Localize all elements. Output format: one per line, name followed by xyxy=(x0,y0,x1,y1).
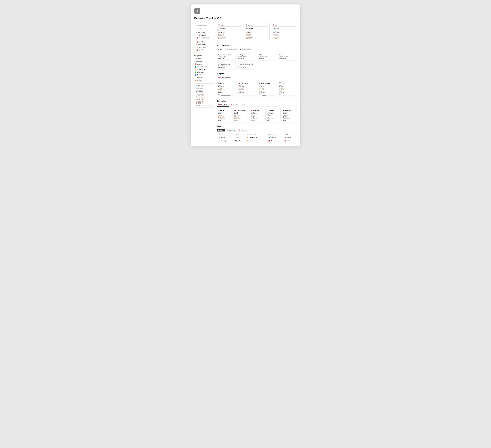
tab-categories-all[interactable]: ⊞ All xyxy=(240,104,246,107)
col-amount: ⊛Amount xyxy=(234,133,246,136)
networth-goal-label: Net Worth Goal: xyxy=(196,101,213,102)
year-expenses-value: $4,445.00 xyxy=(273,35,295,36)
home-link[interactable]: ← Home xyxy=(196,27,213,30)
income-tab-today[interactable]: 📅 Today xyxy=(217,129,225,131)
nav-expenses[interactable]: −Expenses xyxy=(194,60,214,63)
new-budget-action[interactable]: 🔴 New Budget xyxy=(196,41,213,43)
new-account-action[interactable]: ⚙ New Account xyxy=(196,43,213,46)
budget-home: 🏠Home Max: $3,000.00 Remaining: $850.00 … xyxy=(217,81,236,97)
app-logo: ₵ xyxy=(194,8,200,14)
col-category: 🏠Category xyxy=(267,133,283,136)
logo-area: ₵ xyxy=(194,8,297,14)
income-tab-week[interactable]: 📅 This Week xyxy=(226,129,236,131)
budget-gym-percent: 0% xyxy=(279,94,281,96)
add-subscription-action[interactable]: 🔴 Add Subscription xyxy=(196,37,213,39)
budget-sh-bar xyxy=(241,95,255,96)
nav-reports[interactable]: 📋Reports xyxy=(194,76,214,79)
networth-goal-value: $100,000.00 xyxy=(196,102,213,104)
categories-tabs: 📅 This Month 📅 This Year ⊞ All xyxy=(217,104,297,107)
new-category-action[interactable]: 🏠 New Category xyxy=(196,46,213,49)
budget-ent-fill xyxy=(262,95,266,96)
income-tab-month[interactable]: 📅 This Month xyxy=(237,129,248,131)
account-cash: Cash Current Balance: $450.00 xyxy=(257,53,276,60)
year-tab[interactable]: 📅 Year xyxy=(273,24,295,27)
networth-percent: 8% xyxy=(196,105,198,106)
month-tab[interactable]: 📅 Month xyxy=(218,24,241,27)
nav-subscriptions[interactable]: 🟡Subscriptions xyxy=(194,68,214,71)
quarter-subtitle: This Quarter xyxy=(246,28,268,29)
year-expenses-label: Expenses: xyxy=(273,33,295,35)
quarter-card: 📅 Quarter This Quarter Income: $10,750.0… xyxy=(244,23,269,41)
tab-monthly-reports[interactable]: 📅 Monthly Reports xyxy=(223,48,238,51)
month-income-label: Income: xyxy=(218,30,241,31)
income-row-2-month: 📅 March xyxy=(283,139,297,143)
navigation-section: Navigation +Income −Expenses 🔴Budgets 🔵A… xyxy=(194,55,214,82)
nav-income[interactable]: +Income xyxy=(194,58,214,60)
add-income-action[interactable]: + Add Income xyxy=(196,31,213,34)
nav-categories[interactable]: 🟢Categories xyxy=(194,71,214,74)
nav-accounts[interactable]: 🔵Accounts/Wallets xyxy=(194,66,214,68)
income-tabs: 📅 Today 📅 This Week 📅 This Month xyxy=(217,129,297,131)
income-row-2-account: Stripe xyxy=(246,139,267,143)
income-section: Income 📅 Today 📅 This Week 📅 This Month xyxy=(217,126,297,143)
account-stripe: Stripe Current Balance: $1,750.00 xyxy=(278,53,297,60)
income-row-2: + Freelancing $1,000.00 Stripe 🔴 Busines… xyxy=(217,139,297,143)
income-row-1-month: 📅 March xyxy=(283,136,297,139)
assets-label: Total Assets: xyxy=(196,90,213,91)
category-entertainment: 🔴Entertainment Income: $0.00 Expenses: $… xyxy=(233,108,248,122)
income-table: As Name ⊛Amount ⚙Account/Wallet xyxy=(217,133,297,143)
tab-categories-month[interactable]: 📅 This Month xyxy=(217,104,229,107)
month-subs-value: $45.25 xyxy=(218,38,241,40)
liabilities-label: Total Liabilities: xyxy=(196,93,213,95)
year-income-label: Income: xyxy=(273,30,295,31)
month-expenses-label: Expenses: xyxy=(218,33,241,35)
new-wish-action[interactable]: 🎁 New Wish xyxy=(196,49,213,51)
nav-budgets[interactable]: 🔴Budgets xyxy=(194,63,214,66)
tab-categories-year[interactable]: 📅 This Year xyxy=(229,104,240,107)
month-income-value: $4,500.00 xyxy=(218,31,241,33)
nav-title: Navigation xyxy=(194,55,214,57)
category-learning: 📚Learning Income: $0.00 Expenses: $0.00 … xyxy=(282,108,297,122)
app-container: ₵ Finance Tracker OS ⚡ Quick Action ← Ho… xyxy=(191,4,300,146)
budget-home-bar xyxy=(221,95,234,96)
my-networth-value-label: My Net Worth: xyxy=(196,97,213,98)
col-name: As Name xyxy=(217,133,234,136)
budget-gym: 🏋Gym Max: $100.00 Remaining: $100.00 Spe… xyxy=(278,81,297,97)
quarter-tab[interactable]: 📅 Quarter xyxy=(246,24,268,27)
quarter-expenses-value: $4,445.00 xyxy=(246,35,268,36)
quarter-subs-value: $135.75 xyxy=(246,38,268,40)
tab-yearly-reports[interactable]: 📅 Yearly Reports xyxy=(238,48,252,51)
accounts-tabs: ⊞ All 📅 Monthly Reports 📅 Yearly Reports xyxy=(217,48,297,51)
nav-networth[interactable]: 👤Net Worth xyxy=(194,74,214,76)
category-business: 🔴Business Income: $1,000.00 Expenses: $0… xyxy=(249,108,264,122)
networth-progress-fill xyxy=(198,105,200,106)
budget-sidehustle: 💼Side Hustle Max: $5,000.00 Remaining: $… xyxy=(237,81,256,97)
month-subs-label: Subscriptions: xyxy=(218,37,241,38)
category-finance: 📊Finance Income: $3,500.00 Expenses: $0.… xyxy=(265,108,281,122)
period-cards: 📅 Month This Month Income: $4,500.00 Exp… xyxy=(217,23,297,41)
sidebar: ⚡ Quick Action ← Home + Add Income − Add… xyxy=(194,23,214,143)
budget-gym-bar xyxy=(281,95,295,96)
account-paypal: Paypal Current Balance: $300.00 xyxy=(237,53,256,60)
tab-accounts-all[interactable]: ⊞ All xyxy=(217,48,223,51)
category-home: 🏠Home Income: $0.00 Expenses: $2,190.00 … xyxy=(217,108,232,122)
year-card: 📅 Year This Year Income: $10,750.00 Expe… xyxy=(271,23,297,41)
budgets-grid: 🏠Home Max: $3,000.00 Remaining: $850.00 … xyxy=(217,81,297,97)
quarter-income-label: Income: xyxy=(246,30,268,31)
my-networth-label: My Net Worth xyxy=(196,88,213,89)
income-row-2-category: 🔴 Business xyxy=(267,139,283,143)
account-saving: Saving Account Current Balance: $4,385.0… xyxy=(217,62,236,70)
networth-toggle[interactable]: Net-Worth ∨ xyxy=(196,85,213,87)
budget-entertainment: 📺Entertainment Max: $1,000.00 Remaining:… xyxy=(257,81,276,97)
month-subtitle: This Month xyxy=(218,28,241,29)
tab-monthly-budget[interactable]: 🔴 Monthly Budget xyxy=(217,76,232,79)
budget-ent-percent: 35% xyxy=(259,94,261,96)
categories-title: Categories xyxy=(217,100,297,102)
quarter-income-value: $10,750.00 xyxy=(246,31,268,33)
add-expense-action[interactable]: − Add Expense xyxy=(196,34,213,37)
nav-wishlist[interactable]: 🎁Wishlist xyxy=(194,79,214,82)
year-subs-value: $543.00 xyxy=(273,38,295,40)
quarter-expenses-label: Expenses: xyxy=(246,33,268,35)
accounts-title: Accounts/Wallets xyxy=(217,45,297,47)
budget-ent-bar xyxy=(262,95,275,96)
